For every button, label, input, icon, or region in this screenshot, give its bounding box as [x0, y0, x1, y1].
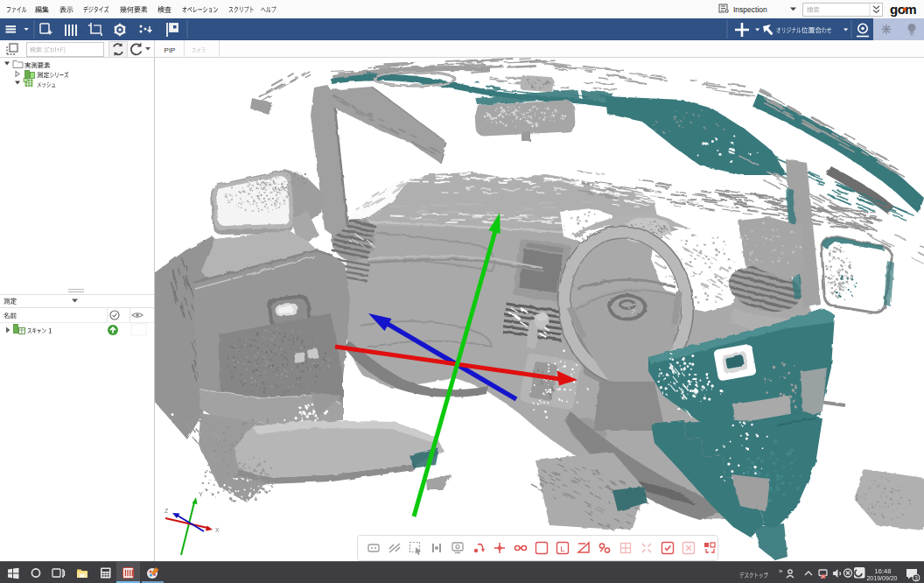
svg-text:Z: Z — [164, 508, 169, 514]
svg-text:2019/09/20: 2019/09/20 — [866, 575, 897, 581]
svg-text:16:48: 16:48 — [875, 567, 892, 575]
svg-text:X: X — [215, 527, 220, 533]
svg-text:»: » — [779, 567, 783, 575]
svg-text:Y: Y — [199, 491, 203, 497]
svg-text:L: L — [560, 544, 564, 553]
svg-text:Inspection: Inspection — [733, 5, 767, 14]
svg-text:3: 3 — [914, 575, 918, 581]
svg-text:PIP: PIP — [164, 46, 176, 54]
